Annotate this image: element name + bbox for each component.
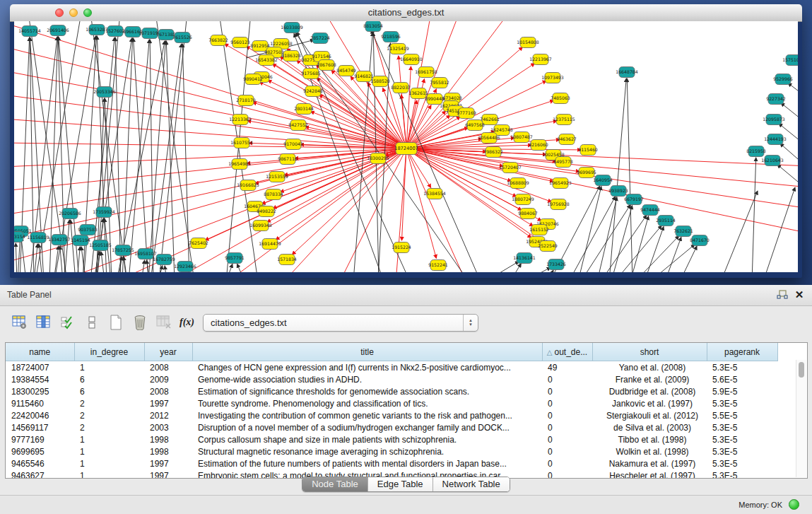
network-node[interactable]: 9890412 bbox=[243, 74, 263, 85]
table-row[interactable]: 2242004622012Investigating the contribut… bbox=[6, 409, 777, 421]
network-node[interactable]: 11156819 bbox=[27, 233, 49, 243]
new-document-icon[interactable] bbox=[106, 313, 125, 332]
network-node[interactable]: 7625402 bbox=[189, 238, 208, 249]
network-node[interactable]: 16640910 bbox=[400, 54, 423, 65]
network-node[interactable]: 1915224 bbox=[392, 243, 411, 253]
network-node[interactable]: 14055714 bbox=[18, 26, 41, 37]
network-node[interactable]: 10807487 bbox=[510, 132, 533, 143]
network-node[interactable]: 9242848 bbox=[303, 86, 323, 97]
network-node[interactable]: 8186328 bbox=[281, 51, 301, 62]
network-window-titlebar[interactable]: citations_edges.txt bbox=[10, 4, 802, 22]
table-row[interactable]: 977716911998Corpus callosum shape and si… bbox=[6, 433, 777, 445]
table-settings-icon[interactable] bbox=[10, 313, 29, 332]
network-node[interactable]: 2803144 bbox=[294, 104, 314, 115]
row-height-icon[interactable] bbox=[82, 313, 101, 332]
column-header-in_degree[interactable]: in_degree bbox=[74, 343, 144, 361]
network-node[interactable]: 9037583 bbox=[78, 225, 98, 235]
network-node[interactable]: 12213363 bbox=[229, 115, 252, 125]
table-row[interactable]: 1830029562008Estimation of significance … bbox=[6, 385, 777, 397]
network-node[interactable]: 19654985 bbox=[228, 159, 251, 170]
network-node[interactable]: 7485063 bbox=[551, 93, 570, 104]
network-node[interactable]: 12095873 bbox=[763, 115, 785, 125]
network-node[interactable]: 7986322 bbox=[483, 147, 503, 158]
network-node[interactable]: 8216060 bbox=[529, 140, 548, 151]
network-node[interactable]: 7955812 bbox=[430, 78, 449, 88]
network-node[interactable]: 9175685 bbox=[301, 69, 321, 79]
network-node[interactable]: 14136141 bbox=[513, 253, 536, 264]
network-node[interactable]: 8427552 bbox=[288, 120, 308, 131]
column-header-name[interactable]: name bbox=[6, 343, 74, 361]
network-node[interactable]: 7615526 bbox=[172, 33, 192, 43]
network-node[interactable]: 9884067 bbox=[518, 209, 538, 219]
network-node[interactable]: 8215958 bbox=[746, 146, 766, 157]
table-row[interactable]: 969969511998Structural magnetic resonanc… bbox=[6, 445, 777, 457]
network-node[interactable]: 8938923 bbox=[608, 186, 628, 197]
network-node[interactable]: 6679197 bbox=[624, 194, 644, 205]
network-node[interactable]: 8878334 bbox=[264, 189, 283, 200]
network-node[interactable]: 9867110 bbox=[278, 154, 298, 165]
network-node[interactable]: 9463627 bbox=[557, 134, 577, 145]
network-node[interactable]: 9218596 bbox=[381, 32, 401, 42]
network-node[interactable]: 12444193 bbox=[764, 134, 787, 145]
network-node[interactable]: 15751074 bbox=[782, 55, 798, 66]
table-row[interactable]: 911546021997Tourette syndrome. Phenomeno… bbox=[6, 397, 777, 409]
network-node[interactable]: 16648784 bbox=[616, 67, 638, 78]
network-node[interactable]: 12213967 bbox=[529, 54, 552, 65]
network-node[interactable]: 15384554 bbox=[423, 189, 446, 199]
network-node[interactable]: 16099348 bbox=[249, 221, 272, 231]
tab-edge-table[interactable]: Edge Table bbox=[367, 477, 433, 491]
network-node[interactable]: 12375115 bbox=[553, 115, 575, 125]
network-node[interactable]: 15720407 bbox=[499, 163, 522, 173]
network-node[interactable]: 8454749 bbox=[336, 66, 356, 76]
network-node[interactable]: 6495778 bbox=[553, 157, 573, 168]
network-node[interactable]: 17359924 bbox=[93, 207, 115, 218]
network-node[interactable]: 9474444 bbox=[640, 205, 660, 216]
network-table-dropdown[interactable]: citations_edges.txt ▲▼ bbox=[203, 314, 478, 332]
network-node[interactable]: 16961758 bbox=[415, 67, 437, 78]
network-node[interactable]: 2718170 bbox=[236, 95, 256, 106]
network-node[interactable]: 1571834 bbox=[277, 255, 297, 265]
network-node[interactable]: 9152241 bbox=[428, 260, 448, 271]
column-header-out_de[interactable]: △out_de... bbox=[542, 343, 592, 361]
network-node[interactable]: 2522549 bbox=[538, 241, 558, 252]
network-node[interactable]: 1588520 bbox=[370, 76, 390, 87]
tab-network-table[interactable]: Network Table bbox=[433, 477, 510, 491]
scrollbar-thumb[interactable] bbox=[799, 362, 804, 378]
network-node[interactable]: 10653287 bbox=[86, 25, 108, 35]
network-node[interactable]: 9170043 bbox=[283, 139, 303, 150]
function-icon[interactable]: f(x) bbox=[180, 317, 194, 328]
network-node[interactable]: 9560123 bbox=[230, 37, 250, 48]
network-node[interactable]: 1145194 bbox=[71, 235, 90, 246]
network-node[interactable]: 9529966 bbox=[773, 74, 793, 85]
network-hub-node[interactable]: 18724007 bbox=[394, 143, 418, 155]
network-node[interactable]: 1527602 bbox=[105, 26, 125, 37]
network-node[interactable]: 20691406 bbox=[47, 25, 69, 36]
table-row[interactable]: 1938455462009Genome-wide association stu… bbox=[6, 373, 777, 385]
network-node[interactable]: 16033809 bbox=[281, 23, 303, 33]
column-header-year[interactable]: year bbox=[144, 343, 192, 361]
network-node[interactable]: 1733426 bbox=[546, 259, 566, 270]
network-node[interactable]: 8471670 bbox=[690, 235, 710, 246]
network-node[interactable]: 1615152 bbox=[529, 225, 549, 235]
network-node[interactable]: 1640954 bbox=[593, 175, 613, 186]
column-header-title[interactable]: title bbox=[192, 343, 542, 361]
network-node[interactable]: 19756928 bbox=[547, 199, 570, 210]
network-node[interactable]: 10154808 bbox=[517, 37, 539, 48]
network-node[interactable]: 9498222 bbox=[257, 206, 276, 217]
show-column-icon[interactable] bbox=[34, 313, 53, 332]
table-row[interactable]: 1456911722003Disruption of a novel membe… bbox=[6, 421, 777, 433]
column-header-short[interactable]: short bbox=[592, 343, 707, 361]
network-node[interactable]: 2935114 bbox=[656, 216, 676, 226]
network-node[interactable]: 8813054 bbox=[363, 21, 383, 32]
network-node[interactable]: 9777169 bbox=[457, 108, 476, 119]
float-panel-icon[interactable] bbox=[775, 288, 789, 301]
dropdown-stepper-icon[interactable]: ▲▼ bbox=[463, 315, 478, 331]
network-node[interactable]: 8822037 bbox=[391, 83, 411, 93]
network-window[interactable]: citations_edges.txt 14055714206914061065… bbox=[10, 4, 802, 278]
network-node[interactable]: 9227342 bbox=[766, 94, 786, 105]
column-header-pagerank[interactable]: pagerank bbox=[707, 343, 777, 361]
network-node[interactable]: 9699695 bbox=[577, 168, 596, 178]
network-node[interactable]: 20206586 bbox=[59, 209, 81, 219]
network-node[interactable]: 7663822 bbox=[208, 35, 228, 46]
network-node[interactable]: 9115460 bbox=[578, 145, 598, 156]
